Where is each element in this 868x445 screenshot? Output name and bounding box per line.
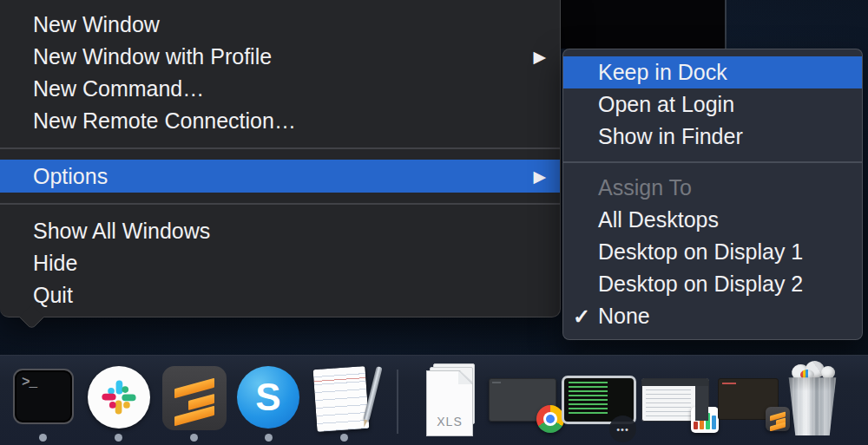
menu-item-hide[interactable]: Hide (0, 247, 560, 279)
submenu-item-keep-in-dock[interactable]: Keep in Dock (563, 56, 862, 88)
xls-file-icon[interactable]: XLS (424, 363, 480, 438)
running-indicator-skype (265, 434, 273, 442)
menu-item-label: New Remote Connection… (33, 108, 296, 134)
menu-item-label: All Desktops (598, 207, 719, 232)
slack-logo-icon (99, 377, 139, 417)
menu-item-label: New Window with Profile (33, 44, 272, 69)
chart-bar (706, 413, 710, 429)
menu-separator (0, 193, 560, 215)
menu-item-label: New Window (33, 12, 160, 37)
dock-divider (397, 370, 398, 434)
chart-bar (712, 416, 716, 429)
menu-item-label: Open at Login (598, 92, 734, 117)
menu-item-label: None (598, 304, 650, 329)
menu-item-label: Options (33, 164, 108, 189)
paper-icon (313, 366, 370, 432)
menu-item-label: New Command… (33, 76, 204, 101)
skype-s-glyph: S (255, 376, 280, 419)
spreadsheet-lines (646, 389, 691, 417)
submenu-header-assign-to: Assign To (563, 172, 862, 204)
running-indicator-sublime (190, 434, 198, 442)
terminal-app-icon[interactable]: >_ (13, 369, 74, 424)
submenu-item-desktop-on-display-2[interactable]: Desktop on Display 2 (563, 268, 862, 300)
trash-icon[interactable] (786, 363, 838, 437)
menu-item-new-remote-connection[interactable]: New Remote Connection… (0, 105, 560, 137)
terminal-prompt-glyph: >_ (22, 375, 36, 390)
skype-app-icon[interactable]: S (237, 366, 299, 429)
document-page: XLS (426, 370, 473, 436)
background-terminal-window[interactable] (560, 0, 727, 49)
minimized-ellipsis-badge: ••• (609, 416, 636, 442)
menu-item-label: Desktop on Display 1 (598, 239, 803, 265)
trash-basket (787, 376, 838, 435)
chrome-window-thumbnail[interactable] (489, 378, 556, 422)
sublime-window-thumbnail[interactable] (718, 378, 779, 420)
menu-item-show-all-windows[interactable]: Show All Windows (0, 215, 560, 247)
submenu-item-open-at-login[interactable]: Open at Login (563, 88, 862, 121)
submenu-item-show-in-finder[interactable]: Show in Finder (563, 121, 862, 153)
menu-item-label: Desktop on Display 2 (598, 272, 803, 297)
submenu-arrow-icon: ▶ (533, 49, 546, 65)
submenu-item-none[interactable]: ✓ None (563, 300, 862, 332)
desktop: New Window New Window with Profile ▶ New… (0, 0, 868, 445)
options-submenu: Keep in Dock Open at Login Show in Finde… (562, 49, 863, 340)
running-indicator-terminal (39, 434, 47, 442)
sublime-logo-band (174, 406, 214, 426)
slack-app-icon[interactable] (88, 366, 150, 429)
sublime-text-app-icon[interactable] (162, 366, 227, 430)
chrome-icon (536, 405, 564, 433)
menu-separator (0, 137, 560, 160)
menu-item-new-window-with-profile[interactable]: New Window with Profile ▶ (0, 41, 560, 73)
dock-context-menu: New Window New Window with Profile ▶ New… (0, 0, 561, 317)
menu-item-label: Hide (33, 251, 77, 276)
xls-label: XLS (437, 415, 462, 429)
chart-bar (694, 422, 698, 429)
crumpled-paper (821, 366, 835, 379)
submenu-item-desktop-on-display-1[interactable]: Desktop on Display 1 (563, 236, 862, 268)
ellipsis-glyph: ••• (616, 424, 629, 435)
checkmark-icon: ✓ (573, 304, 590, 329)
numbers-window-thumbnail[interactable] (641, 378, 709, 422)
menu-item-new-window[interactable]: New Window (0, 9, 560, 41)
menu-item-quit[interactable]: Quit (0, 279, 560, 311)
menu-item-label: Quit (33, 283, 73, 308)
chart-bar (700, 418, 704, 429)
running-indicator-slack (115, 434, 122, 442)
menu-item-options[interactable]: Options ▶ (0, 160, 560, 193)
menu-item-label: Show All Windows (33, 219, 210, 244)
submenu-item-all-desktops[interactable]: All Desktops (563, 204, 862, 236)
menu-separator (563, 153, 862, 172)
menu-item-label: Keep in Dock (598, 60, 727, 85)
menu-item-label: Show in Finder (598, 124, 743, 149)
menu-item-label: Assign To (598, 175, 692, 200)
running-indicator-textedit (340, 434, 348, 442)
submenu-arrow-icon: ▶ (533, 168, 546, 185)
textedit-app-icon[interactable] (312, 364, 378, 432)
numbers-chart-icon (691, 407, 719, 433)
sublime-logo-band (770, 422, 786, 431)
menu-item-new-command[interactable]: New Command… (0, 73, 560, 105)
dock: >_ S (0, 355, 868, 445)
